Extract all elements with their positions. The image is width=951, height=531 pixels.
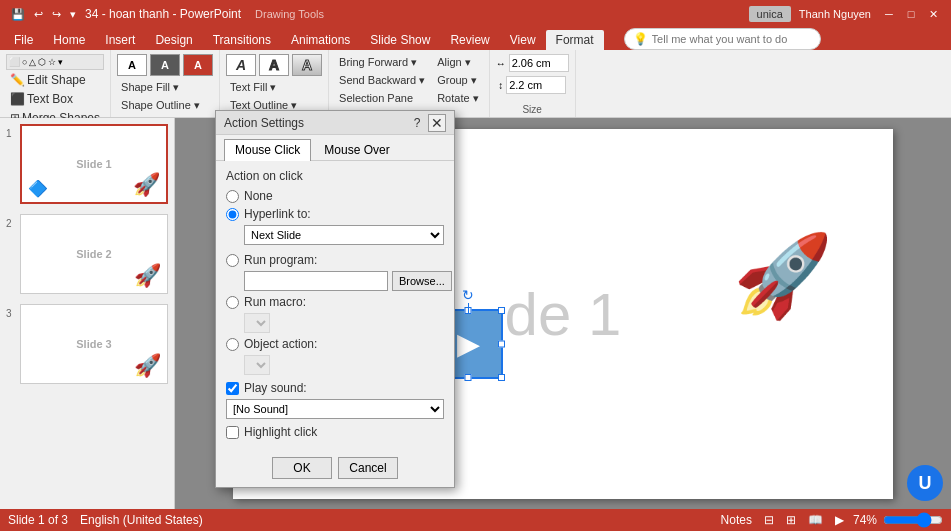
hyperlink-select[interactable]: Next Slide [244,225,444,245]
slide-item-3[interactable]: 3 Slide 3 🚀 [4,302,170,386]
ribbon-group-insert-shapes: ⬜○△ ⬡☆▾ ✏️ Edit Shape ⬛ Text Box ⊞ Merge… [0,50,111,117]
unica-logo: U [907,465,943,501]
wordart-style-1[interactable]: A [226,54,256,76]
browse-btn[interactable]: Browse... [392,271,452,291]
main-area: 1 Slide 1 🔷 🚀 2 Slide 2 🚀 3 [0,118,951,509]
highlight-label: Highlight click [244,425,317,439]
ok-button[interactable]: OK [272,457,332,479]
tab-mouse-over[interactable]: Mouse Over [313,139,400,160]
rotate-btn[interactable]: Rotate ▾ [433,90,482,107]
run-macro-radio-row: Run macro: [226,295,444,309]
run-program-radio[interactable] [226,254,239,267]
dialog-close-btn[interactable]: ✕ [428,114,446,132]
run-macro-radio[interactable] [226,296,239,309]
user-name: Thanh Nguyen [799,8,871,20]
ribbon-content: ⬜○△ ⬡☆▾ ✏️ Edit Shape ⬛ Text Box ⊞ Merge… [0,50,951,118]
drawing-tools-label: Drawing Tools [255,8,324,20]
slide-count: Slide 1 of 3 [8,513,68,527]
tab-insert[interactable]: Insert [95,30,145,50]
tab-design[interactable]: Design [145,30,202,50]
run-macro-label: Run macro: [244,295,306,309]
tab-home[interactable]: Home [43,30,95,50]
ribbon-group-wordart-styles: A A A Text Fill ▾ Text Outline ▾ Text Ef… [220,50,329,117]
align-btn[interactable]: Align ▾ [433,54,482,71]
highlight-checkbox[interactable] [226,426,239,439]
hyperlink-label: Hyperlink to: [244,207,311,221]
dialog-help-btn[interactable]: ? [408,114,426,132]
quick-access-toolbar: 💾 ↩ ↪ ▾ [8,6,79,23]
width-icon: ↔ [496,58,506,69]
tell-me-input[interactable] [652,33,812,45]
slideshow-btn[interactable]: ▶ [832,512,847,528]
normal-view-btn[interactable]: ⊟ [761,512,777,528]
tab-transitions[interactable]: Transitions [203,30,281,50]
slide-number-2: 2 [6,218,16,229]
rocket-object[interactable]: 🚀 [733,229,833,323]
tell-me-box[interactable]: 💡 [624,28,821,50]
reading-view-btn[interactable]: 📖 [805,512,826,528]
dialog-tabs: Mouse Click Mouse Over [216,135,454,161]
object-action-select[interactable] [244,355,270,375]
send-backward-btn[interactable]: Send Backward ▾ [335,72,429,89]
run-program-input-row: Browse... [244,271,444,291]
object-action-label: Object action: [244,337,317,351]
object-action-radio[interactable] [226,338,239,351]
slide-sorter-btn[interactable]: ⊞ [783,512,799,528]
slide-thumb-1[interactable]: Slide 1 🔷 🚀 [20,124,168,204]
tab-file[interactable]: File [4,30,43,50]
wordart-style-3[interactable]: A [292,54,322,76]
text-box-btn[interactable]: ⬛ Text Box [6,90,104,108]
maximize-btn[interactable]: □ [901,4,921,24]
tab-slideshow[interactable]: Slide Show [360,30,440,50]
tab-format[interactable]: Format [546,30,604,50]
sound-select[interactable]: [No Sound] [226,399,444,419]
language: English (United States) [80,513,203,527]
bring-forward-btn[interactable]: Bring Forward ▾ [335,54,429,71]
undo-btn[interactable]: ↩ [31,6,46,23]
textbox-icon: ⬛ [10,92,25,106]
wordart-style-2[interactable]: A [259,54,289,76]
run-macro-select[interactable] [244,313,270,333]
text-fill-btn[interactable]: Text Fill ▾ [226,79,280,96]
tab-view[interactable]: View [500,30,546,50]
close-btn[interactable]: ✕ [923,4,943,24]
play-sound-checkbox[interactable] [226,382,239,395]
dialog-title: Action Settings [224,116,304,130]
dialog-footer: OK Cancel [216,451,454,487]
title-bar: 💾 ↩ ↪ ▾ 34 - hoan thanh - PowerPoint Dra… [0,0,951,28]
zoom-slider[interactable] [883,515,943,525]
shape-outline-btn[interactable]: Shape Outline ▾ [117,97,204,114]
none-radio[interactable] [226,190,239,203]
width-input[interactable] [509,54,569,72]
slide-item-2[interactable]: 2 Slide 2 🚀 [4,212,170,296]
tab-review[interactable]: Review [440,30,499,50]
slide-thumb-2[interactable]: Slide 2 🚀 [20,214,168,294]
save-quick-btn[interactable]: 💾 [8,6,28,23]
hyperlink-radio[interactable] [226,208,239,221]
slide-number-1: 1 [6,128,16,139]
slide-item-1[interactable]: 1 Slide 1 🔷 🚀 [4,122,170,206]
height-input[interactable] [506,76,566,94]
tab-animations[interactable]: Animations [281,30,360,50]
slide-thumb-3[interactable]: Slide 3 🚀 [20,304,168,384]
edit-shape-icon: ✏️ [10,73,25,87]
shape-style-1[interactable]: A [117,54,147,76]
slide-2-rocket: 🚀 [134,263,161,289]
tab-mouse-click[interactable]: Mouse Click [224,139,311,161]
run-program-input[interactable] [244,271,388,291]
cancel-button[interactable]: Cancel [338,457,398,479]
shape-style-2[interactable]: A [150,54,180,76]
minimize-btn[interactable]: ─ [879,4,899,24]
notes-btn[interactable]: Notes [718,512,755,528]
selection-pane-btn[interactable]: Selection Pane [335,90,429,106]
more-quick-btn[interactable]: ▾ [67,6,79,23]
ribbon-group-shape-styles: A A A Shape Fill ▾ Shape Outline ▾ Shape… [111,50,220,117]
shape-fill-btn[interactable]: Shape Fill ▾ [117,79,183,96]
slide-3-rocket: 🚀 [134,353,161,379]
slide-3-label: Slide 3 [76,338,111,350]
redo-btn[interactable]: ↪ [49,6,64,23]
edit-shape-btn[interactable]: ✏️ Edit Shape [6,71,104,89]
shape-style-3[interactable]: A [183,54,213,76]
zoom-level: 74% [853,513,877,527]
group-btn[interactable]: Group ▾ [433,72,482,89]
